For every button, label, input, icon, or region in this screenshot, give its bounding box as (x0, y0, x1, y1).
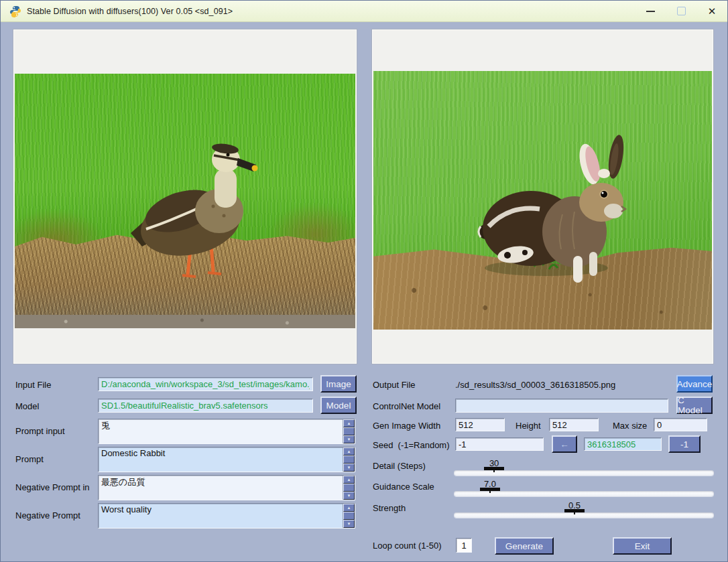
scroll-thumb[interactable] (343, 484, 355, 492)
negative-prompt-input-scrollbar[interactable]: ▲ ▼ (343, 476, 355, 500)
output-file-value: ./sd_results3/sd_00003_3616318505.png (455, 380, 615, 390)
last-seed-field[interactable] (584, 437, 662, 451)
seed-label: Seed (-1=Random) (373, 440, 450, 450)
output-file-label: Output File (373, 380, 416, 390)
scroll-thumb[interactable] (343, 455, 355, 464)
prompt-input-textarea[interactable]: 兎 ▲ ▼ (98, 419, 355, 444)
prompt-input-scrollbar[interactable]: ▲ ▼ (343, 419, 355, 443)
scroll-thumb[interactable] (343, 427, 355, 435)
gen-image-width-label: Gen Image Width (373, 421, 440, 431)
scroll-down-icon[interactable]: ▼ (343, 464, 355, 472)
input-file-field[interactable] (98, 377, 313, 391)
strength-label: Strength (373, 503, 406, 513)
exit-button[interactable]: Exit (613, 537, 672, 555)
max-size-field[interactable] (654, 418, 707, 431)
c-model-button[interactable]: C Model (676, 397, 713, 414)
titlebar: Stable Diffusion with diffusers(100) Ver… (1, 1, 727, 22)
maximize-button[interactable] (666, 1, 696, 21)
scroll-down-icon[interactable]: ▼ (343, 435, 355, 443)
negative-prompt-input-textarea[interactable]: 最悪の品質 ▲ ▼ (98, 475, 355, 500)
detail-steps-label: Detail (Steps) (373, 461, 426, 471)
seed-reset-button[interactable]: -1 (668, 435, 701, 453)
slider-handle[interactable] (480, 488, 500, 491)
loop-count-field[interactable] (456, 538, 472, 553)
slider-track[interactable] (454, 512, 714, 518)
maximize-icon (677, 7, 686, 15)
controlnet-model-field[interactable] (455, 399, 668, 413)
input-file-label: Input File (15, 380, 51, 390)
guidance-scale-slider[interactable]: 7.0 (454, 479, 714, 498)
seed-copy-arrow-button[interactable]: ← (552, 435, 577, 453)
loop-count-label: Loop count (1-50) (373, 541, 442, 551)
advance-button[interactable]: Advance (676, 375, 713, 393)
window-title: Stable Diffusion with diffusers(100) Ver… (27, 7, 233, 16)
controlnet-model-label: ControlNet Model (373, 401, 440, 411)
scroll-up-icon[interactable]: ▲ (343, 419, 355, 427)
slider-track[interactable] (454, 491, 714, 496)
scroll-up-icon[interactable]: ▲ (343, 476, 355, 484)
slider-handle[interactable] (484, 467, 504, 470)
negative-prompt-scrollbar[interactable]: ▲ ▼ (343, 504, 355, 528)
detail-steps-slider[interactable]: 30 (454, 458, 714, 477)
scroll-down-icon[interactable]: ▼ (343, 492, 355, 500)
image-button[interactable]: Image (320, 375, 357, 393)
scroll-up-icon[interactable]: ▲ (343, 447, 355, 455)
height-field[interactable] (549, 418, 599, 431)
window-controls: ✕ (635, 1, 727, 21)
close-button[interactable]: ✕ (696, 1, 727, 21)
model-field[interactable] (98, 399, 313, 413)
negative-prompt-textarea[interactable]: Worst quality ▲ ▼ (98, 503, 355, 529)
prompt-scrollbar[interactable]: ▲ ▼ (343, 447, 355, 472)
input-image-canvas (13, 29, 357, 364)
duck-illustration (15, 74, 355, 328)
input-image-duck-photo (15, 74, 355, 328)
prompt-label: Prompt (15, 454, 44, 464)
scroll-thumb[interactable] (343, 512, 355, 520)
negative-prompt-label: Negative Prompt (15, 510, 80, 520)
generate-button[interactable]: Generate (495, 537, 554, 555)
prompt-textarea[interactable]: Domestic Rabbit ▲ ▼ (98, 447, 355, 472)
guidance-scale-label: Guidance Scale (373, 482, 434, 492)
rabbit-illustration (373, 71, 712, 330)
max-size-label: Max size (613, 421, 647, 431)
output-image-canvas (371, 29, 714, 364)
model-button[interactable]: Model (320, 397, 357, 414)
prompt-input-label: Prompt input (15, 426, 65, 436)
slider-handle[interactable] (564, 509, 585, 512)
height-label: Height (515, 421, 541, 431)
seed-field[interactable] (455, 437, 544, 451)
gen-image-width-field[interactable] (455, 418, 505, 431)
scroll-up-icon[interactable]: ▲ (343, 504, 355, 512)
output-image-rabbit-photo (373, 71, 712, 330)
model-label: Model (15, 401, 39, 411)
minimize-button[interactable] (635, 1, 666, 21)
app-window: Stable Diffusion with diffusers(100) Ver… (0, 0, 728, 562)
python-icon (9, 5, 21, 17)
negative-prompt-input-label: Negative Prompt in (15, 482, 90, 492)
strength-slider[interactable]: 0.5 (454, 500, 714, 519)
minimize-icon (646, 11, 655, 12)
scroll-down-icon[interactable]: ▼ (343, 520, 355, 528)
